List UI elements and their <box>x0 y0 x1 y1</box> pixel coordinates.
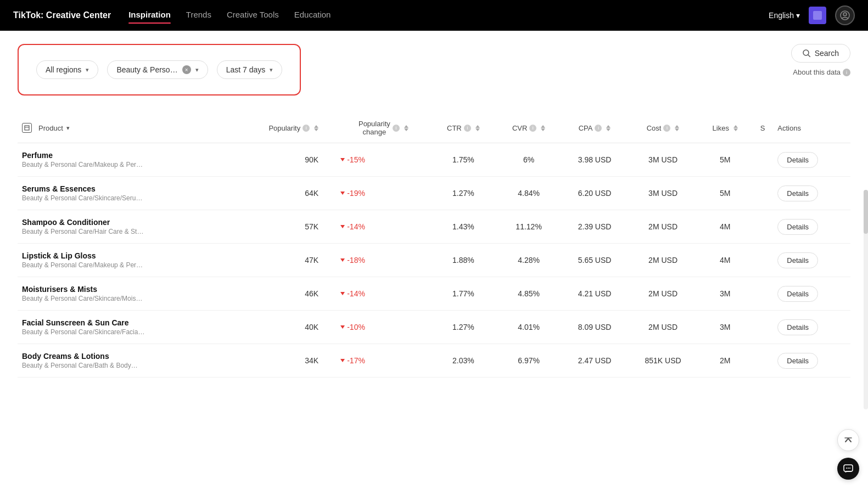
th-s[interactable]: S <box>752 113 774 143</box>
cpa-cell: 6.20 USD <box>562 177 628 210</box>
cost-cell: 2M USD <box>628 277 698 311</box>
product-category: Beauty & Personal Care/Bath & Body… <box>22 362 219 369</box>
info-icon: i <box>464 125 471 132</box>
pop-change-cell: -14% <box>336 277 430 311</box>
nav-creative-tools[interactable]: Creative Tools <box>227 10 279 21</box>
details-button[interactable]: Details <box>777 286 818 302</box>
about-data[interactable]: About this data i <box>793 68 850 76</box>
pop-change-value: -17% <box>340 356 426 365</box>
about-data-label: About this data <box>793 68 841 76</box>
svg-rect-4 <box>25 126 29 130</box>
svg-point-1 <box>843 13 847 16</box>
svg-line-3 <box>808 55 810 57</box>
product-category: Beauty & Personal Care/Hair Care & St… <box>22 228 219 235</box>
th-s-label: S <box>760 124 765 132</box>
th-ctr-label: CTR i <box>447 124 480 132</box>
pop-change-cell: -14% <box>336 210 430 244</box>
th-cvr[interactable]: CVR i <box>496 113 562 143</box>
cost-cell: 851K USD <box>628 344 698 378</box>
arrow-down-icon <box>340 158 345 161</box>
svg-point-8 <box>846 468 847 469</box>
search-label: Search <box>815 49 839 58</box>
nav-education[interactable]: Education <box>294 10 331 21</box>
category-filter[interactable]: Beauty & Perso… × ▾ <box>107 60 208 79</box>
product-cell: Shampoo & Conditioner Beauty & Personal … <box>18 210 223 244</box>
back-to-top-button[interactable] <box>837 429 859 451</box>
th-cost[interactable]: Cost i <box>628 113 698 143</box>
th-ctr[interactable]: CTR i <box>431 113 496 143</box>
info-icon: i <box>843 69 850 76</box>
cpa-cell: 2.39 USD <box>562 210 628 244</box>
brand-icon[interactable] <box>809 7 826 24</box>
popularity-cell: 34K <box>223 344 336 378</box>
product-name: Lipstick & Lip Gloss <box>22 251 219 260</box>
actions-cell: Details <box>773 244 850 277</box>
table-row: Serums & Essences Beauty & Personal Care… <box>18 177 850 210</box>
ctr-cell: 2.03% <box>431 344 496 378</box>
details-button[interactable]: Details <box>777 152 818 168</box>
likes-cell: 2M <box>698 344 752 378</box>
product-category: Beauty & Personal Care/Makeup & Per… <box>22 261 219 269</box>
cvr-cell: 4.84% <box>496 177 562 210</box>
th-likes[interactable]: Likes <box>698 113 752 143</box>
pop-change-value: -14% <box>340 289 426 298</box>
region-label: All regions <box>46 65 81 74</box>
th-popularity[interactable]: Popularity i <box>223 113 336 143</box>
table-row: Perfume Beauty & Personal Care/Makeup & … <box>18 143 850 177</box>
th-likes-label: Likes <box>713 124 738 132</box>
scrollbar-track[interactable] <box>864 190 868 409</box>
sort-icon <box>606 125 611 131</box>
actions-cell: Details <box>773 210 850 244</box>
pop-change-value: -14% <box>340 222 426 231</box>
th-popularity-label: Popularity i <box>268 124 318 132</box>
product-cell: Body Creams & Lotions Beauty & Personal … <box>18 344 223 378</box>
th-product[interactable]: Product ▾ <box>18 113 223 143</box>
details-button[interactable]: Details <box>777 319 818 335</box>
product-name: Perfume <box>22 151 219 160</box>
actions-cell: Details <box>773 277 850 311</box>
avatar[interactable] <box>835 5 855 25</box>
likes-cell: 5M <box>698 143 752 177</box>
product-cell: Lipstick & Lip Gloss Beauty & Personal C… <box>18 244 223 277</box>
navigation: TikTok: Creative Center Inspiration Tren… <box>0 0 868 31</box>
info-icon: i <box>529 125 536 132</box>
category-tag: × <box>182 65 191 74</box>
chevron-down-icon: ▾ <box>195 66 199 74</box>
pop-change-value: -10% <box>340 323 426 331</box>
th-actions-label: Actions <box>777 124 801 132</box>
sort-icon <box>404 125 408 131</box>
details-button[interactable]: Details <box>777 185 818 201</box>
product-category: Beauty & Personal Care/Skincare/Seru… <box>22 194 219 202</box>
product-category: Beauty & Personal Care/Skincare/Facia… <box>22 328 219 336</box>
product-cell: Serums & Essences Beauty & Personal Care… <box>18 177 223 210</box>
pop-change-value: -15% <box>340 155 426 164</box>
scrollbar-thumb[interactable] <box>864 190 868 234</box>
product-cell: Perfume Beauty & Personal Care/Makeup & … <box>18 143 223 177</box>
nav-links: Inspiration Trends Creative Tools Educat… <box>128 10 751 21</box>
remove-category-icon[interactable]: × <box>182 65 191 74</box>
arrow-down-icon <box>340 359 345 362</box>
search-button[interactable]: Search <box>791 44 850 63</box>
product-name: Facial Sunscreen & Sun Care <box>22 318 219 327</box>
th-cpa[interactable]: CPA i <box>562 113 628 143</box>
nav-inspiration[interactable]: Inspiration <box>128 10 171 21</box>
details-button[interactable]: Details <box>777 252 818 268</box>
filter-box: All regions ▾ Beauty & Perso… × ▾ Last 7… <box>18 44 301 95</box>
sort-icon <box>475 125 480 131</box>
details-button[interactable]: Details <box>777 353 818 369</box>
region-filter[interactable]: All regions ▾ <box>36 60 98 79</box>
th-product-label: Product <box>38 124 63 132</box>
info-icon: i <box>595 125 602 132</box>
date-filter[interactable]: Last 7 days ▾ <box>217 60 283 79</box>
table-header: Product ▾ Popularity i <box>18 113 850 143</box>
table-row: Facial Sunscreen & Sun Care Beauty & Per… <box>18 311 850 344</box>
product-name: Moisturisers & Mists <box>22 285 219 294</box>
language-selector[interactable]: English ▾ <box>769 11 800 20</box>
th-pop-change-label: Popularitychange i <box>359 120 408 136</box>
th-pop-change[interactable]: Popularitychange i <box>336 113 430 143</box>
chevron-down-icon: ▾ <box>66 125 70 132</box>
product-name: Shampoo & Conditioner <box>22 218 219 227</box>
chat-button[interactable] <box>837 458 859 480</box>
nav-trends[interactable]: Trends <box>186 10 211 21</box>
details-button[interactable]: Details <box>777 219 818 235</box>
